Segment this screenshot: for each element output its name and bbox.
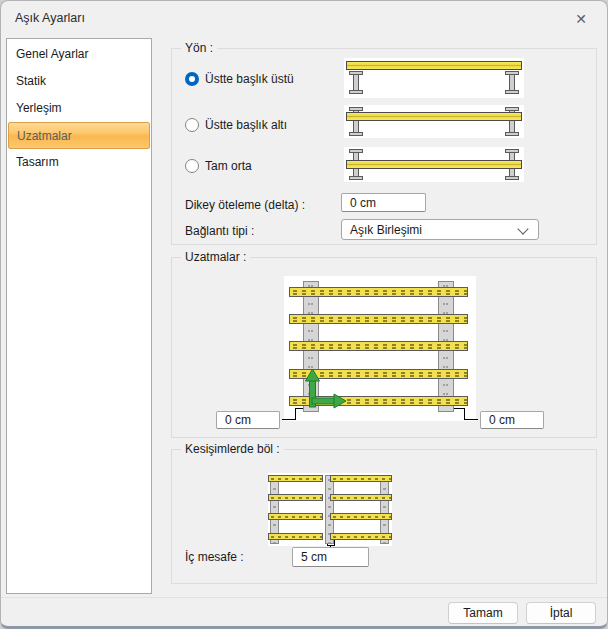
ic-mesafe-input[interactable]	[292, 547, 369, 567]
cancel-button[interactable]: İptal	[526, 602, 596, 624]
ic-mesafe-label: İç mesafe :	[185, 550, 244, 564]
chevron-down-icon	[517, 223, 528, 234]
radio-selected-icon[interactable]	[185, 72, 199, 86]
purlin-beam-icon	[268, 494, 323, 501]
uzatmalar-group-title: Uzatmalar :	[181, 250, 250, 264]
right-extension-input[interactable]	[480, 411, 544, 429]
illustration-center	[344, 147, 524, 182]
radio-tam-orta[interactable]: Tam orta	[185, 158, 252, 174]
purlin-beam-icon	[268, 533, 323, 540]
purlin-beam-icon	[346, 61, 522, 70]
radio-ustte-baslik-ustu[interactable]: Üstte başlık üstü	[185, 71, 294, 87]
dialog-title: Aşık Ayarları	[15, 11, 85, 25]
sidebar-item-genel-ayarlar[interactable]: Genel Ayarlar	[7, 41, 151, 68]
left-extension-input[interactable]	[216, 411, 280, 429]
ibeam-icon	[505, 71, 519, 94]
connection-type-dropdown[interactable]: Aşık Birleşimi	[341, 219, 539, 240]
close-icon[interactable]: ✕	[571, 9, 591, 29]
sidebar-item-tasarim[interactable]: Tasarım	[7, 149, 151, 176]
kesisim-group-title: Kesişimlerde böl :	[181, 442, 284, 456]
radio-label: Tam orta	[205, 159, 252, 173]
purlin-beam-icon	[330, 533, 392, 540]
radio-label: Üstte başlık üstü	[205, 72, 294, 86]
purlin-beam-icon	[346, 112, 522, 121]
purlin-settings-dialog: Aşık Ayarları ✕ Genel Ayarlar Statik Yer…	[0, 0, 608, 629]
title-bar: Aşık Ayarları ✕	[1, 1, 607, 37]
footer-divider	[1, 597, 607, 598]
purlin-beam-icon	[268, 513, 323, 520]
illustration-top-flange-above	[344, 58, 524, 98]
gap-marker-icon	[327, 545, 335, 546]
radio-unselected-icon[interactable]	[185, 118, 199, 132]
delta-label: Dikey öteleme (delta) :	[185, 198, 305, 212]
split-at-intersections-illustration	[268, 473, 392, 546]
sidebar: Genel Ayarlar Statik Yerleşim Uzatmalar …	[6, 38, 152, 594]
extensions-illustration	[284, 276, 476, 421]
purlin-beam-icon	[330, 475, 392, 482]
radio-ustte-baslik-alti[interactable]: Üstte başlık altı	[185, 117, 287, 133]
purlin-beam-icon	[268, 475, 323, 482]
purlin-beam-icon	[330, 494, 392, 501]
ibeam-icon	[349, 71, 363, 94]
axis-arrows-icon	[284, 276, 476, 421]
radio-label: Üstte başlık altı	[205, 118, 287, 132]
sidebar-item-uzatmalar[interactable]: Uzatmalar	[8, 122, 150, 149]
yon-group-title: Yön :	[181, 41, 217, 55]
connection-type-value: Aşık Birleşimi	[350, 223, 422, 237]
connection-type-label: Bağlantı tipi :	[185, 224, 254, 238]
illustration-top-flange-below	[344, 105, 524, 138]
delta-input[interactable]	[341, 193, 426, 212]
sidebar-item-statik[interactable]: Statik	[7, 68, 151, 95]
purlin-beam-icon	[330, 513, 392, 520]
ok-button[interactable]: Tamam	[448, 602, 518, 624]
radio-unselected-icon[interactable]	[185, 159, 199, 173]
purlin-beam-icon	[346, 160, 522, 169]
sidebar-item-yerlesim[interactable]: Yerleşim	[7, 95, 151, 122]
